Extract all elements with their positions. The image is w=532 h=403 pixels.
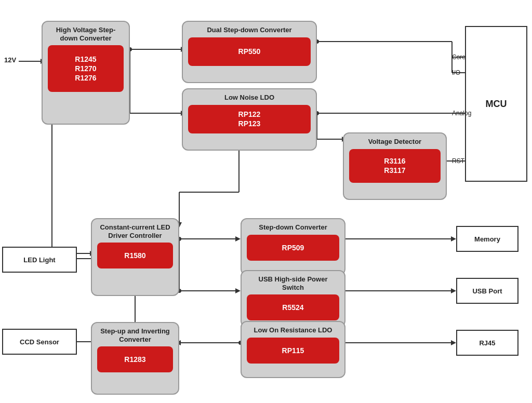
diagram: 12V High Voltage Step-down Converter R12… (0, 0, 532, 403)
voltage-detector-chip: R3116R3117 (349, 149, 441, 183)
usb-highside-block: USB High-side Power Switch R5524 (241, 270, 345, 327)
mcu-core-label: Core (452, 53, 466, 61)
stepdown-lower-chip: RP509 (247, 235, 339, 261)
low-noise-ldo-title: Low Noise LDO (224, 93, 274, 102)
stepup-inverting-title: Step-up and Inverting Converter (97, 327, 173, 343)
usb-highside-title: USB High-side Power Switch (247, 275, 339, 291)
low-noise-ldo-block: Low Noise LDO RP122RP123 (182, 88, 317, 151)
usb-port-box: USB Port (456, 278, 518, 304)
led-light-label: LED Light (23, 256, 55, 264)
usb-highside-chip: R5524 (247, 294, 339, 320)
mcu-rst-label: RST (452, 157, 464, 165)
svg-marker-30 (235, 236, 241, 241)
ccd-sensor-label: CCD Sensor (20, 338, 59, 346)
low-on-resistance-title: Low On Resistance LDO (254, 326, 332, 334)
led-light-box: LED Light (2, 247, 77, 273)
ccd-sensor-box: CCD Sensor (2, 329, 77, 355)
memory-box: Memory (456, 226, 518, 252)
constant-current-title: Constant-current LED Driver Controller (97, 223, 173, 239)
stepup-inverting-chip: R1283 (97, 346, 173, 372)
low-on-resistance-chip: RP115 (247, 338, 339, 364)
memory-label: Memory (474, 235, 500, 243)
input-voltage-label: 12V (4, 56, 16, 64)
dual-stepdown-chip: RP550 (188, 37, 311, 66)
usb-port-label: USB Port (472, 287, 502, 295)
dual-stepdown-block: Dual Step-down Converter RP550 (182, 21, 317, 83)
voltage-detector-title: Voltage Detector (368, 138, 421, 146)
dual-stepdown-title: Dual Step-down Converter (207, 26, 291, 34)
stepdown-lower-title: Step-down Converter (259, 223, 327, 232)
stepup-inverting-block: Step-up and Inverting Converter R1283 (91, 322, 179, 395)
svg-marker-44 (451, 340, 456, 345)
svg-marker-34 (235, 288, 241, 293)
rj45-label: RJ45 (479, 339, 495, 347)
mcu-label: MCU (486, 99, 507, 110)
voltage-detector-block: Voltage Detector R3116R3117 (343, 132, 447, 200)
high-voltage-chip: R1245R1270R1276 (48, 45, 124, 92)
mcu-box: MCU (465, 26, 527, 182)
constant-current-chip: R1580 (97, 243, 173, 268)
mcu-io-label: I/O (452, 69, 460, 76)
high-voltage-block: High Voltage Step-down Converter R1245R1… (42, 21, 130, 125)
stepdown-lower-block: Step-down Converter RP509 (241, 218, 345, 275)
low-noise-ldo-chip: RP122RP123 (188, 105, 311, 133)
svg-marker-42 (451, 288, 456, 293)
svg-marker-40 (451, 236, 456, 241)
mcu-analog-label: Analog (452, 110, 471, 117)
low-on-resistance-block: Low On Resistance LDO RP115 (241, 321, 345, 378)
constant-current-block: Constant-current LED Driver Controller R… (91, 218, 179, 296)
high-voltage-title: High Voltage Step-down Converter (48, 26, 124, 42)
rj45-box: RJ45 (456, 330, 518, 356)
